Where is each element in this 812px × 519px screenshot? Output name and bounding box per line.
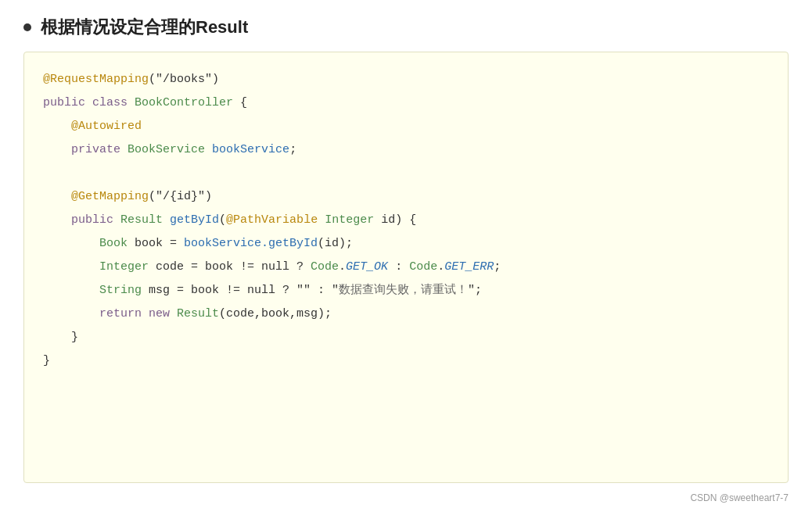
type-integer: Integer — [325, 213, 374, 227]
heading-text: 根据情况设定合理的Result — [41, 16, 248, 39]
method-getbyid: getById — [170, 213, 219, 227]
code-line-2: public class BookController { — [43, 91, 769, 115]
string-chinese: 数据查询失败，请重试！ — [339, 284, 468, 297]
type-book: Book — [99, 237, 128, 250]
bullet-dot — [23, 23, 31, 31]
code-block: @RequestMapping("/books") public class B… — [23, 52, 789, 483]
type-bookcontroller: BookController — [135, 96, 233, 109]
code-line-6: @GetMapping("/{id}") — [43, 185, 769, 209]
code-line-12: } — [43, 326, 769, 349]
method-bookservice-getbyid: bookService.getById — [184, 237, 318, 250]
type-bookservice: BookService — [128, 143, 205, 156]
code-line-13: } — [43, 349, 769, 373]
keyword-private: private — [71, 143, 120, 156]
keyword-public2: public — [71, 213, 113, 227]
bullet-heading: 根据情况设定合理的Result — [23, 16, 789, 39]
code-line-7: public Result getById(@PathVariable Inte… — [43, 209, 769, 232]
code-line-5 — [43, 162, 769, 185]
keyword-public: public class — [43, 96, 128, 109]
annotation-requestmapping: @RequestMapping — [43, 73, 149, 86]
type-code2: Code — [409, 260, 437, 274]
const-getok: GET_OK — [346, 260, 388, 274]
code-line-11: return new Result(code,book,msg); — [43, 302, 769, 326]
annotation-autowired: @Autowired — [71, 120, 142, 133]
code-line-9: Integer code = book != null ? Code.GET_O… — [43, 256, 769, 279]
code-line-3: @Autowired — [43, 115, 769, 138]
watermark: CSDN @sweetheart7-7 — [23, 492, 789, 503]
type-integer2: Integer — [99, 260, 149, 274]
annotation-getmapping: @GetMapping — [71, 190, 149, 203]
code-line-8: Book book = bookService.getById(id); — [43, 232, 769, 256]
type-result: Result — [120, 213, 163, 227]
keyword-return: return — [99, 307, 142, 320]
code-line-4: private BookService bookService; — [43, 138, 769, 162]
annotation-pathvariable: @PathVariable — [226, 213, 318, 227]
var-bookservice: bookService — [212, 143, 289, 156]
code-line-10: String msg = book != null ? "" : "数据查询失败… — [43, 279, 769, 302]
type-code1: Code — [311, 260, 339, 274]
code-line-1: @RequestMapping("/books") — [43, 68, 769, 91]
type-result2: Result — [177, 307, 219, 320]
type-string: String — [99, 284, 142, 297]
keyword-new: new — [149, 307, 170, 320]
const-geterr: GET_ERR — [444, 260, 494, 274]
